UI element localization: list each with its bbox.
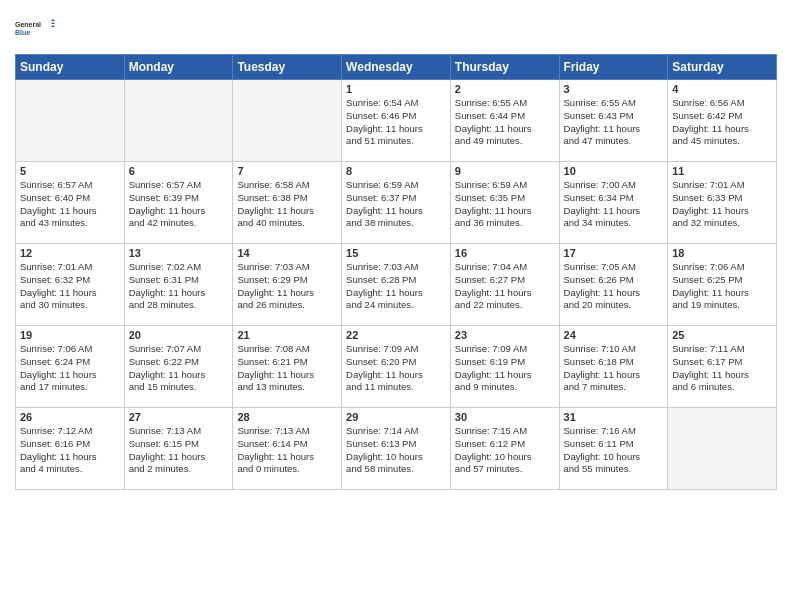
cell-info: Sunrise: 6:55 AM Sunset: 6:44 PM Dayligh… — [455, 97, 555, 148]
cell-info: Sunrise: 7:05 AM Sunset: 6:26 PM Dayligh… — [564, 261, 664, 312]
cell-info: Sunrise: 7:06 AM Sunset: 6:25 PM Dayligh… — [672, 261, 772, 312]
day-number: 4 — [672, 83, 772, 95]
svg-marker-2 — [51, 19, 55, 21]
calendar-cell: 15Sunrise: 7:03 AM Sunset: 6:28 PM Dayli… — [342, 244, 451, 326]
day-number: 21 — [237, 329, 337, 341]
calendar-cell: 18Sunrise: 7:06 AM Sunset: 6:25 PM Dayli… — [668, 244, 777, 326]
cell-info: Sunrise: 7:07 AM Sunset: 6:22 PM Dayligh… — [129, 343, 229, 394]
calendar-cell: 17Sunrise: 7:05 AM Sunset: 6:26 PM Dayli… — [559, 244, 668, 326]
svg-text:General: General — [15, 21, 41, 28]
day-number: 23 — [455, 329, 555, 341]
day-number: 27 — [129, 411, 229, 423]
cell-info: Sunrise: 7:16 AM Sunset: 6:11 PM Dayligh… — [564, 425, 664, 476]
calendar-header-wednesday: Wednesday — [342, 55, 451, 80]
day-number: 29 — [346, 411, 446, 423]
cell-info: Sunrise: 6:54 AM Sunset: 6:46 PM Dayligh… — [346, 97, 446, 148]
cell-info: Sunrise: 7:01 AM Sunset: 6:33 PM Dayligh… — [672, 179, 772, 230]
cell-info: Sunrise: 7:14 AM Sunset: 6:13 PM Dayligh… — [346, 425, 446, 476]
week-row-0: 1Sunrise: 6:54 AM Sunset: 6:46 PM Daylig… — [16, 80, 777, 162]
calendar-cell: 3Sunrise: 6:55 AM Sunset: 6:43 PM Daylig… — [559, 80, 668, 162]
day-number: 22 — [346, 329, 446, 341]
calendar-cell: 22Sunrise: 7:09 AM Sunset: 6:20 PM Dayli… — [342, 326, 451, 408]
svg-marker-3 — [51, 22, 55, 24]
calendar-body: 1Sunrise: 6:54 AM Sunset: 6:46 PM Daylig… — [16, 80, 777, 490]
day-number: 26 — [20, 411, 120, 423]
calendar-header-saturday: Saturday — [668, 55, 777, 80]
day-number: 17 — [564, 247, 664, 259]
day-number: 13 — [129, 247, 229, 259]
page: General Blue SundayMondayTuesdayWednesda… — [0, 0, 792, 612]
day-number: 18 — [672, 247, 772, 259]
calendar-header-monday: Monday — [124, 55, 233, 80]
calendar-cell: 12Sunrise: 7:01 AM Sunset: 6:32 PM Dayli… — [16, 244, 125, 326]
day-number: 7 — [237, 165, 337, 177]
day-number: 8 — [346, 165, 446, 177]
day-number: 15 — [346, 247, 446, 259]
week-row-3: 19Sunrise: 7:06 AM Sunset: 6:24 PM Dayli… — [16, 326, 777, 408]
calendar-cell: 8Sunrise: 6:59 AM Sunset: 6:37 PM Daylig… — [342, 162, 451, 244]
day-number: 31 — [564, 411, 664, 423]
calendar-cell — [124, 80, 233, 162]
cell-info: Sunrise: 7:08 AM Sunset: 6:21 PM Dayligh… — [237, 343, 337, 394]
calendar-cell: 26Sunrise: 7:12 AM Sunset: 6:16 PM Dayli… — [16, 408, 125, 490]
calendar-cell: 28Sunrise: 7:13 AM Sunset: 6:14 PM Dayli… — [233, 408, 342, 490]
calendar: SundayMondayTuesdayWednesdayThursdayFrid… — [15, 54, 777, 490]
cell-info: Sunrise: 7:01 AM Sunset: 6:32 PM Dayligh… — [20, 261, 120, 312]
week-row-4: 26Sunrise: 7:12 AM Sunset: 6:16 PM Dayli… — [16, 408, 777, 490]
cell-info: Sunrise: 6:59 AM Sunset: 6:37 PM Dayligh… — [346, 179, 446, 230]
logo-svg: General Blue — [15, 10, 55, 46]
cell-info: Sunrise: 7:09 AM Sunset: 6:20 PM Dayligh… — [346, 343, 446, 394]
header: General Blue — [15, 10, 777, 46]
day-number: 24 — [564, 329, 664, 341]
calendar-cell — [668, 408, 777, 490]
cell-info: Sunrise: 6:57 AM Sunset: 6:39 PM Dayligh… — [129, 179, 229, 230]
calendar-cell: 2Sunrise: 6:55 AM Sunset: 6:44 PM Daylig… — [450, 80, 559, 162]
day-number: 3 — [564, 83, 664, 95]
calendar-cell: 13Sunrise: 7:02 AM Sunset: 6:31 PM Dayli… — [124, 244, 233, 326]
cell-info: Sunrise: 6:57 AM Sunset: 6:40 PM Dayligh… — [20, 179, 120, 230]
cell-info: Sunrise: 6:58 AM Sunset: 6:38 PM Dayligh… — [237, 179, 337, 230]
cell-info: Sunrise: 7:15 AM Sunset: 6:12 PM Dayligh… — [455, 425, 555, 476]
day-number: 11 — [672, 165, 772, 177]
day-number: 2 — [455, 83, 555, 95]
svg-marker-4 — [51, 25, 55, 27]
cell-info: Sunrise: 7:11 AM Sunset: 6:17 PM Dayligh… — [672, 343, 772, 394]
calendar-header-thursday: Thursday — [450, 55, 559, 80]
cell-info: Sunrise: 7:13 AM Sunset: 6:14 PM Dayligh… — [237, 425, 337, 476]
cell-info: Sunrise: 6:59 AM Sunset: 6:35 PM Dayligh… — [455, 179, 555, 230]
calendar-cell: 27Sunrise: 7:13 AM Sunset: 6:15 PM Dayli… — [124, 408, 233, 490]
day-number: 28 — [237, 411, 337, 423]
calendar-cell: 25Sunrise: 7:11 AM Sunset: 6:17 PM Dayli… — [668, 326, 777, 408]
cell-info: Sunrise: 7:02 AM Sunset: 6:31 PM Dayligh… — [129, 261, 229, 312]
day-number: 5 — [20, 165, 120, 177]
cell-info: Sunrise: 7:04 AM Sunset: 6:27 PM Dayligh… — [455, 261, 555, 312]
calendar-cell — [16, 80, 125, 162]
cell-info: Sunrise: 6:55 AM Sunset: 6:43 PM Dayligh… — [564, 97, 664, 148]
cell-info: Sunrise: 7:10 AM Sunset: 6:18 PM Dayligh… — [564, 343, 664, 394]
day-number: 30 — [455, 411, 555, 423]
calendar-cell: 9Sunrise: 6:59 AM Sunset: 6:35 PM Daylig… — [450, 162, 559, 244]
cell-info: Sunrise: 7:09 AM Sunset: 6:19 PM Dayligh… — [455, 343, 555, 394]
calendar-header-friday: Friday — [559, 55, 668, 80]
calendar-cell: 11Sunrise: 7:01 AM Sunset: 6:33 PM Dayli… — [668, 162, 777, 244]
calendar-cell: 29Sunrise: 7:14 AM Sunset: 6:13 PM Dayli… — [342, 408, 451, 490]
day-number: 16 — [455, 247, 555, 259]
day-number: 14 — [237, 247, 337, 259]
calendar-cell: 24Sunrise: 7:10 AM Sunset: 6:18 PM Dayli… — [559, 326, 668, 408]
day-number: 12 — [20, 247, 120, 259]
calendar-header-row: SundayMondayTuesdayWednesdayThursdayFrid… — [16, 55, 777, 80]
svg-text:Blue: Blue — [15, 29, 30, 36]
cell-info: Sunrise: 7:12 AM Sunset: 6:16 PM Dayligh… — [20, 425, 120, 476]
day-number: 20 — [129, 329, 229, 341]
calendar-cell: 5Sunrise: 6:57 AM Sunset: 6:40 PM Daylig… — [16, 162, 125, 244]
calendar-cell: 4Sunrise: 6:56 AM Sunset: 6:42 PM Daylig… — [668, 80, 777, 162]
cell-info: Sunrise: 7:06 AM Sunset: 6:24 PM Dayligh… — [20, 343, 120, 394]
day-number: 6 — [129, 165, 229, 177]
calendar-cell: 19Sunrise: 7:06 AM Sunset: 6:24 PM Dayli… — [16, 326, 125, 408]
day-number: 9 — [455, 165, 555, 177]
calendar-cell: 7Sunrise: 6:58 AM Sunset: 6:38 PM Daylig… — [233, 162, 342, 244]
week-row-1: 5Sunrise: 6:57 AM Sunset: 6:40 PM Daylig… — [16, 162, 777, 244]
calendar-cell: 14Sunrise: 7:03 AM Sunset: 6:29 PM Dayli… — [233, 244, 342, 326]
cell-info: Sunrise: 7:13 AM Sunset: 6:15 PM Dayligh… — [129, 425, 229, 476]
calendar-cell: 1Sunrise: 6:54 AM Sunset: 6:46 PM Daylig… — [342, 80, 451, 162]
